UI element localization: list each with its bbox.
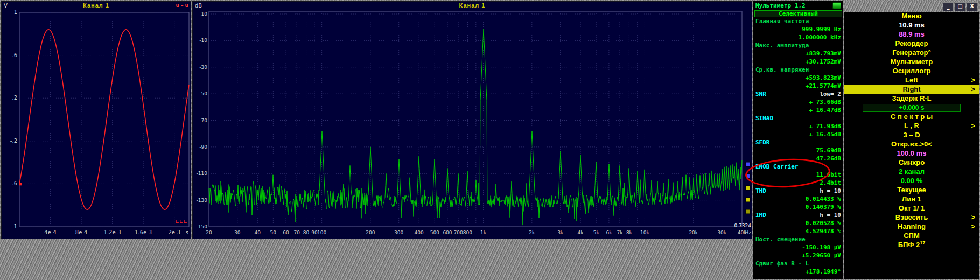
measurement-row: +178.1949° [753, 268, 843, 276]
measurement-row: 47.26dB [753, 155, 843, 163]
menu-item-4[interactable]: Генератор° [844, 48, 979, 58]
measurement-row: +21.5774mV [753, 82, 843, 90]
menu-item-label: БПФ 217 [898, 241, 926, 249]
menu-item-2[interactable]: 88.9 ms [844, 30, 979, 39]
menu-item-10[interactable]: +0.000 s [863, 104, 961, 112]
minimize-button[interactable]: _ [943, 2, 954, 11]
measurement-row: +839.793mV [753, 50, 843, 58]
menu-item-5[interactable]: Мультиметр [844, 58, 979, 67]
measurement-label: IMD [755, 212, 766, 220]
svg-text:8e-4: 8e-4 [75, 229, 88, 235]
svg-text:.6: .6 [12, 52, 17, 58]
multimeter-header[interactable]: Мультиметр 1,2 [753, 2, 843, 10]
oscilloscope-panel: V Канал 1 u – u 1.6.2-.2-.6-14e-48e-41.2… [1, 1, 191, 239]
svg-text:500: 500 [430, 230, 439, 235]
menu-item-18[interactable]: 0.00 % [844, 177, 979, 186]
legend-marker-swatch[interactable] [746, 174, 750, 178]
measurement-row: Пост. смещение [753, 236, 843, 244]
measurement-row: + 73.66dB [753, 99, 843, 107]
menu-item-16[interactable]: Синхро [844, 158, 979, 167]
menu-item-1[interactable]: 10.9 ms [844, 21, 979, 30]
measurement-row: + 71.93dB [753, 123, 843, 131]
svg-text:.2: .2 [12, 95, 17, 101]
svg-text:-.2: -.2 [10, 138, 17, 144]
maximize-button[interactable]: □ [955, 2, 965, 11]
measurement-row: THDh = 10 [753, 187, 843, 195]
menu-item-label: Осциллогр [893, 67, 931, 75]
menu-item-0[interactable]: Меню [844, 12, 979, 21]
menu-item-6[interactable]: Осциллогр [844, 67, 979, 76]
menu-item-label: L , R [904, 122, 919, 130]
menu-item-9[interactable]: Задерж R-L [844, 94, 979, 103]
menu-item-13[interactable]: 3 – D [844, 131, 979, 140]
menu-item-22[interactable]: Взвесить> [844, 213, 979, 222]
menu-item-label: +0.000 s [899, 104, 924, 111]
svg-text:2e-3: 2e-3 [168, 229, 180, 235]
menu-panel: _ □ X Меню10.9 ms88.9 msРекордерГенерато… [844, 1, 979, 279]
svg-text:-90: -90 [199, 144, 207, 150]
menu-item-label: Задерж R-L [892, 94, 931, 102]
svg-text:5k: 5k [593, 230, 600, 235]
menu-item-label: 100.0 ms [897, 149, 927, 157]
spectrum-marker-readout: 0.7324 [734, 223, 752, 228]
scope-y-unit-label: V [4, 3, 22, 9]
svg-text:70: 70 [293, 230, 300, 235]
oscilloscope-plot[interactable]: 1.6.2-.2-.6-14e-48e-41.2e-31.6e-32e-3s∟∟… [2, 9, 191, 239]
menu-item-label: Мультиметр [891, 58, 933, 66]
legend-marker-swatch[interactable] [746, 162, 750, 166]
menu-item-15[interactable]: 100.0 ms [844, 149, 979, 158]
menu-item-label: Рекордер [895, 39, 928, 47]
svg-text:400: 400 [415, 230, 424, 235]
svg-text:40: 40 [255, 230, 261, 235]
close-button[interactable]: X [967, 2, 977, 11]
menu-item-7[interactable]: Left> [844, 76, 979, 85]
menu-item-20[interactable]: Лин 1 [844, 195, 979, 204]
menu-item-label: Right [902, 85, 920, 93]
measurement-row: + 16.47dB [753, 107, 843, 115]
selective-mode-button[interactable]: Селективный [754, 10, 842, 17]
menu-item-11[interactable]: С п е к т р ы [844, 113, 979, 122]
svg-text:8k: 8k [626, 230, 633, 235]
measurement-sublabel: low= 2 [820, 90, 841, 99]
measurement-panel: Мультиметр 1,2СелективныйГлавная частота… [753, 1, 843, 279]
measurement-label: SNR [755, 90, 766, 99]
measurement-sublabel: h = 10 [820, 212, 841, 220]
trigger-level-marker[interactable] [19, 183, 22, 185]
svg-text:-50: -50 [199, 91, 207, 96]
menu-item-label: Генератор° [892, 48, 930, 57]
spectrum-panel: dB Канал 1 10-10-30-50-70-90-110-130-150… [192, 1, 752, 239]
measurement-row: +5.29650 µV [753, 252, 843, 260]
svg-text:-.6: -.6 [10, 180, 17, 186]
measurement-row: -150.198 µV [753, 244, 843, 252]
legend-marker-swatch[interactable] [746, 209, 750, 214]
menu-item-17[interactable]: 2 канал [844, 167, 979, 177]
chevron-right-icon: > [971, 213, 975, 221]
menu-item-label: СПМ [904, 232, 920, 240]
scope-plot-area[interactable] [19, 12, 189, 227]
menu-item-23[interactable]: Hanning> [844, 222, 979, 232]
measurement-row: + 16.45dB [753, 131, 843, 139]
menu-item-21[interactable]: Окт 1/ 1 [844, 204, 979, 213]
measurement-row: 1.000000 kHz [753, 34, 843, 42]
measurement-row: Макс. амплитуда [753, 42, 843, 50]
legend-marker-swatch[interactable] [746, 186, 750, 190]
menu-item-19[interactable]: Текущее [844, 186, 979, 195]
menu-item-label: 3 – D [903, 131, 920, 139]
legend-marker-swatch[interactable] [746, 198, 750, 202]
menu-item-14[interactable]: Откр.вх.>0< [844, 140, 979, 149]
svg-text:3k: 3k [557, 230, 564, 235]
spectrum-plot[interactable]: 10-10-30-50-70-90-110-130-15020304050607… [193, 9, 752, 239]
measurement-row: 0.140379 % [753, 204, 843, 212]
measurement-row: SINAD [753, 115, 843, 123]
measurement-row: Ср.кв. напряжен [753, 66, 843, 74]
app-icon [832, 2, 841, 9]
menu-item-12[interactable]: L , R> [844, 122, 979, 131]
menu-item-label: 2 канал [899, 167, 925, 176]
menu-item-25[interactable]: БПФ 217 [844, 241, 979, 250]
spectrum-y-unit-label: dB [195, 3, 213, 9]
measurement-row: +593.823mV [753, 74, 843, 82]
chevron-right-icon: > [971, 76, 975, 84]
menu-item-24[interactable]: СПМ [844, 232, 979, 241]
menu-item-8[interactable]: Right> [844, 85, 979, 94]
menu-item-3[interactable]: Рекордер [844, 39, 979, 48]
